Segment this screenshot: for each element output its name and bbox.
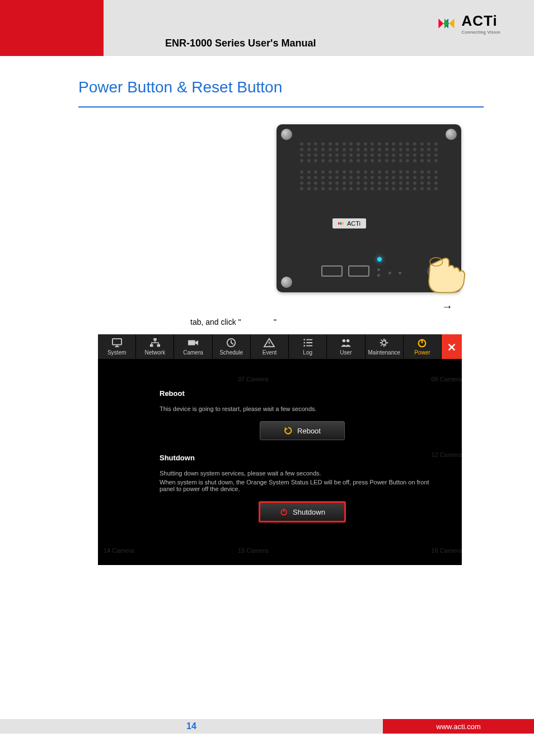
monitor-icon: [111, 338, 123, 348]
svg-rect-10: [153, 338, 156, 341]
vent-grille: [300, 142, 438, 215]
section-rule: [78, 106, 484, 108]
gear-icon: [378, 338, 390, 348]
tab-user[interactable]: User: [327, 334, 365, 359]
svg-marker-6: [342, 222, 344, 225]
list-icon: [302, 338, 314, 348]
tab-label: Network: [144, 349, 165, 356]
usb-port-icon: [348, 265, 369, 277]
svg-point-19: [346, 339, 349, 342]
shutdown-heading: Shutdown: [160, 454, 445, 462]
ghost-label: 07 Camera: [238, 376, 268, 382]
instruction-text: tab, and click " ": [78, 318, 484, 326]
footer-url: www.acti.com: [383, 719, 534, 734]
tab-label: Power: [414, 349, 430, 356]
tab-label: Log: [303, 349, 312, 356]
page-number: 14: [0, 719, 383, 734]
warning-icon: [263, 338, 275, 348]
power-icon: [416, 338, 428, 348]
reboot-button-label: Reboot: [297, 427, 321, 435]
embedded-ui-screenshot: System Network Camera Schedule Event: [98, 334, 462, 565]
tab-label: Maintenance: [368, 349, 400, 356]
svg-point-15: [303, 339, 305, 340]
manual-title: ENR-1000 Series User's Manual: [104, 38, 534, 56]
tab-maintenance[interactable]: Maintenance: [366, 334, 404, 359]
tab-bar: System Network Camera Schedule Event: [98, 334, 462, 359]
tab-label: User: [340, 349, 352, 356]
users-icon: [340, 338, 352, 348]
svg-point-17: [303, 345, 305, 347]
reboot-button[interactable]: Reboot: [260, 421, 345, 440]
svg-rect-12: [157, 344, 160, 347]
arrow-right-icon: →: [78, 300, 453, 313]
shutdown-text-1: Shutting down system services, please wa…: [160, 470, 445, 477]
ghost-label: 12 Camera: [432, 451, 462, 458]
clock-icon: [225, 338, 237, 348]
close-icon: [446, 342, 458, 352]
tab-network[interactable]: Network: [136, 334, 174, 359]
pointing-hand-icon: [422, 248, 476, 296]
tab-system[interactable]: System: [98, 334, 136, 359]
shutdown-button-label: Shutdown: [293, 508, 325, 516]
tab-label: Camera: [183, 349, 203, 356]
power-icon: [279, 507, 288, 516]
device-badge: ACTi: [332, 218, 366, 228]
svg-point-18: [343, 339, 345, 342]
acti-logo-icon: [438, 15, 458, 32]
svg-marker-4: [338, 222, 340, 225]
header-bar: ENR-1000 Series User's Manual ACTi Conne…: [0, 0, 534, 56]
usb-port-icon: [321, 265, 343, 277]
svg-point-16: [303, 342, 305, 344]
svg-marker-2: [449, 18, 454, 29]
reboot-heading: Reboot: [160, 389, 445, 398]
ghost-label: 16 Camera: [432, 547, 462, 554]
svg-rect-9: [113, 339, 121, 345]
tab-power[interactable]: Power: [404, 334, 442, 359]
tab-label: Event: [263, 349, 277, 356]
tab-label: Schedule: [219, 349, 243, 356]
ghost-label: 15 Camera: [238, 547, 268, 554]
brand-logo: ACTi Connecting Vision: [438, 12, 500, 35]
svg-rect-13: [188, 340, 195, 346]
svg-marker-3: [444, 18, 449, 29]
device-front-panel-illustration: ACTi: [277, 124, 461, 292]
reboot-icon: [284, 426, 293, 435]
logo-text: ACTi: [462, 12, 500, 30]
network-icon: [149, 338, 161, 348]
reboot-text: This device is going to restart, please …: [160, 405, 445, 412]
shutdown-button[interactable]: Shutdown: [259, 501, 346, 522]
header-red-block: [0, 0, 104, 56]
tab-camera[interactable]: Camera: [174, 334, 212, 359]
svg-marker-0: [438, 18, 443, 29]
tab-schedule[interactable]: Schedule: [213, 334, 251, 359]
camera-icon: [187, 338, 199, 348]
svg-point-20: [382, 340, 386, 344]
device-badge-text: ACTi: [347, 220, 360, 227]
ghost-label: 14 Camera: [104, 547, 134, 554]
section-heading: Power Button & Reset Button: [78, 78, 484, 96]
ghost-label: 08 Camera: [432, 376, 462, 382]
svg-rect-11: [150, 344, 153, 347]
close-button[interactable]: [442, 334, 462, 359]
tab-label: System: [107, 349, 126, 356]
logo-tagline: Connecting Vision: [462, 30, 500, 35]
tab-event[interactable]: Event: [251, 334, 289, 359]
status-led-icon: [377, 257, 382, 262]
shutdown-text-2: When system is shut down, the Orange Sys…: [160, 479, 445, 492]
tab-log[interactable]: Log: [289, 334, 327, 359]
